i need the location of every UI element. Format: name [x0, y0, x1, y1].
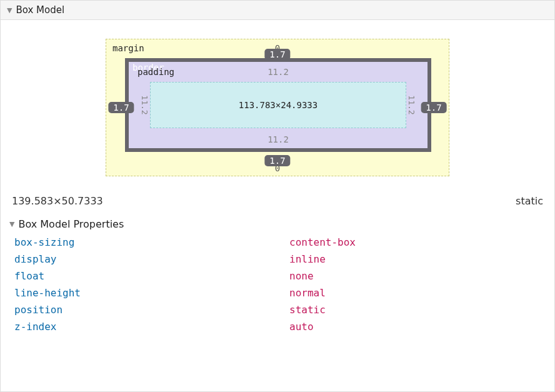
property-name: z-index: [14, 321, 289, 333]
padding-top-value[interactable]: 11.2: [268, 67, 289, 77]
box-model-diagram: margin 0 0 0 0 border padding 11.2 11.2 …: [1, 20, 554, 189]
property-value: none: [289, 270, 314, 282]
padding-bottom-value[interactable]: 11.2: [268, 134, 289, 144]
padding-left-value[interactable]: 11.2: [140, 95, 149, 114]
property-name: display: [14, 253, 289, 265]
property-row[interactable]: floatnone: [1, 268, 554, 284]
property-value: inline: [289, 253, 326, 265]
element-dimensions: 139.583×50.7333: [12, 195, 103, 207]
property-value: content-box: [289, 236, 356, 248]
border-region[interactable]: border padding 11.2 11.2 11.2 11.2 113.7…: [125, 58, 431, 152]
box-model-header[interactable]: ▼ Box Model: [1, 1, 554, 20]
property-row[interactable]: positionstatic: [1, 301, 554, 318]
box-model-properties-header[interactable]: ▼ Box Model Properties: [1, 218, 554, 234]
property-value: static: [289, 304, 326, 316]
chevron-down-icon: ▼: [7, 6, 12, 14]
property-row[interactable]: line-heightnormal: [1, 284, 554, 301]
property-value: normal: [289, 287, 326, 299]
property-row[interactable]: box-sizingcontent-box: [1, 234, 554, 251]
margin-region[interactable]: margin 0 0 0 0 border padding 11.2 11.2 …: [106, 39, 449, 176]
property-name: box-sizing: [14, 236, 289, 248]
property-name: position: [14, 304, 289, 316]
property-row[interactable]: z-indexauto: [1, 318, 554, 335]
padding-label: padding: [138, 67, 174, 77]
property-name: line-height: [14, 287, 289, 299]
padding-right-value[interactable]: 11.2: [407, 95, 416, 114]
border-top-value[interactable]: 1.7: [264, 49, 290, 60]
properties-list: box-sizingcontent-boxdisplayinlinefloatn…: [1, 234, 554, 335]
content-dimensions: 113.783×24.9333: [239, 100, 318, 110]
padding-region[interactable]: padding 11.2 11.2 11.2 11.2 113.783×24.9…: [129, 62, 428, 148]
position-mode: static: [516, 195, 543, 207]
border-right-value[interactable]: 1.7: [421, 102, 446, 113]
margin-label: margin: [112, 43, 144, 53]
property-name: float: [14, 270, 289, 282]
box-model-title: Box Model: [16, 4, 64, 16]
property-value: auto: [289, 321, 314, 333]
border-bottom-value[interactable]: 1.7: [264, 155, 290, 166]
property-row[interactable]: displayinline: [1, 251, 554, 268]
box-model-properties-title: Box Model Properties: [18, 218, 124, 230]
chevron-down-icon: ▼: [9, 220, 14, 228]
border-left-value[interactable]: 1.7: [108, 102, 134, 113]
content-region[interactable]: 113.783×24.9333: [150, 82, 406, 128]
